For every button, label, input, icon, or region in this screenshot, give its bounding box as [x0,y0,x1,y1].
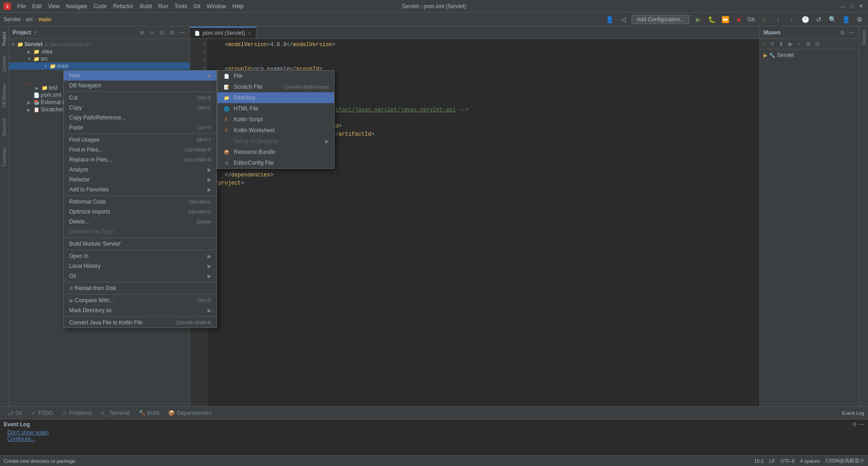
menu-tools[interactable]: Tools [172,2,190,10]
menu-file[interactable]: File [14,2,28,10]
ctx-build-module[interactable]: Build Module 'Servlet' [64,239,217,249]
minimize-panel-icon[interactable]: — [178,29,186,37]
maven-run-icon[interactable]: ▶ [786,40,794,48]
git-revert-icon[interactable]: ↺ [814,14,824,24]
minimize-button[interactable]: — [839,3,846,10]
ctx-git[interactable]: Git ▶ [64,271,217,281]
debug-icon[interactable]: 🐛 [707,14,717,24]
git-history-icon[interactable]: 🕐 [800,14,810,24]
maven-minimize-icon[interactable]: — [847,29,855,37]
ctx-mark-directory[interactable]: Mark Directory as ▶ [64,305,217,315]
settings-icon[interactable]: ⚙ [854,14,864,24]
event-log-settings[interactable]: ⚙ [852,421,857,428]
right-tab-maven[interactable]: Maven [860,26,868,48]
ctx-new[interactable]: New ▶ [64,71,217,81]
bottom-tab-git[interactable]: ⎇ Git [4,409,26,418]
ctx-open-in[interactable]: Open In ▶ [64,251,217,261]
menu-code[interactable]: Code [91,2,109,10]
expand-icon[interactable]: ⊟ [158,29,166,37]
ctx-delete[interactable]: Delete... Delete [64,217,217,227]
bottom-tab-todo[interactable]: ✓ TODO [28,409,57,418]
status-position[interactable]: 15:1 [754,458,764,464]
submenu-directory[interactable]: 📁 Directory [217,92,334,103]
ctx-compare-with[interactable]: ⊜ Compare With... Ctrl+D [64,295,217,305]
run-icon[interactable]: ▶ [693,14,703,24]
breadcrumb-src[interactable]: src [26,16,33,23]
maven-expand-icon[interactable]: ⊞ [804,40,812,48]
dont-show-again-link[interactable]: Don't show again [7,429,49,436]
submenu-resource-bundle[interactable]: 📦 Resource Bundle [217,147,334,157]
maximize-button[interactable]: □ [848,3,855,10]
tree-item-idea[interactable]: ▶ 📁 .idea [9,48,189,55]
ctx-reformat[interactable]: Reformat Code Ctrl+Alt+L [64,197,217,207]
menu-view[interactable]: View [45,2,62,10]
panel-dropdown-icon[interactable]: ▼ [33,30,38,35]
ctx-analyze[interactable]: Analyze ▶ [64,165,217,175]
stop-icon[interactable]: ■ [734,14,744,24]
breadcrumb-main[interactable]: main [38,16,51,23]
maven-settings-icon[interactable]: ⚙ [838,29,846,37]
maven-refresh-icon[interactable]: ↺ [768,40,776,48]
ctx-replace-in-files[interactable]: Replace in Files... Ctrl+Shift+R [64,155,217,165]
profile-icon[interactable]: 👤 [604,14,614,24]
ctx-convert-kotlin[interactable]: Convert Java File to Kotlin File Ctrl+Al… [64,318,217,328]
event-log-tab[interactable]: Event Log [842,410,864,416]
sidebar-tab-structure[interactable]: Structure [1,116,8,138]
status-line-ending[interactable]: LF [769,458,775,464]
bottom-tab-terminal[interactable]: >_ Terminal [97,409,133,418]
tree-item-src[interactable]: ▼ 📁 src [9,55,189,62]
submenu-file[interactable]: 📄 File [217,71,334,81]
ctx-optimize-imports[interactable]: Optimize Imports Ctrl+Alt+O [64,207,217,217]
menu-window[interactable]: Window [204,2,229,10]
search-icon[interactable]: 🔍 [827,14,837,24]
menu-refactor[interactable]: Refactor [110,2,136,10]
bottom-tab-dependencies[interactable]: 📦 Dependencies [165,409,215,418]
close-button[interactable]: ✕ [857,3,864,10]
menu-navigate[interactable]: Navigate [63,2,90,10]
sidebar-tab-favorites[interactable]: Favorites [1,146,8,168]
ctx-paste[interactable]: Paste Ctrl+V [64,123,217,133]
menu-help[interactable]: Help [230,2,246,10]
locate-icon[interactable]: ⊕ [138,29,146,37]
maven-collapse-icon[interactable]: ⊟ [813,40,821,48]
ctx-reload-from-disk[interactable]: ↺ Reload from Disk [64,283,217,293]
sidebar-tab-commit[interactable]: Commit [1,55,8,74]
menu-build[interactable]: Build [137,2,155,10]
bottom-tab-build[interactable]: 🔨 Build [135,409,163,418]
tree-root[interactable]: ▼ 📁 Servlet E:\java-notes\Servlet [9,41,189,48]
maven-download-icon[interactable]: ⬇ [777,40,785,48]
tree-item-main[interactable]: ▼ 📁 main [9,62,189,70]
ctx-find-in-files[interactable]: Find in Files... Ctrl+Shift+F [64,145,217,155]
ctx-find-usages[interactable]: Find Usages Alt+F7 [64,135,217,145]
configure-link[interactable]: Configure... [7,436,35,442]
run-config-button[interactable]: Add Configuration... [632,15,689,24]
maven-add-icon[interactable]: + [795,40,803,48]
git-pull-icon[interactable]: ↓ [787,14,797,24]
ctx-copy[interactable]: Copy Ctrl+C [64,103,217,113]
menu-edit[interactable]: Edit [29,2,44,10]
ctx-copy-path[interactable]: Copy Path/Reference... [64,113,217,123]
breadcrumb-servlet[interactable]: Servlet [4,16,20,23]
maven-servlet-item[interactable]: ▶ 🔧 Servlet [762,51,857,59]
ctx-local-history[interactable]: Local History ▶ [64,261,217,271]
back-icon[interactable]: ◁ [618,14,628,24]
user-icon[interactable]: 👤 [841,14,851,24]
editor-tab-pom[interactable]: 📄 pom.xml (Servlet) ✕ [190,27,256,38]
ctx-add-to-favorites[interactable]: Add to Favorites ▶ [64,185,217,195]
status-encoding[interactable]: UTF-8 [780,458,794,464]
git-push-icon[interactable]: ↑ [773,14,783,24]
event-log-close[interactable]: — [859,421,864,428]
submenu-scratch-file[interactable]: 📝 Scratch File Ctrl+Alt+Shift+Insert [217,81,334,92]
bottom-tab-problems[interactable]: ⚠ Problems [59,409,96,418]
submenu-kotlin-script[interactable]: K Kotlin Script [217,114,334,125]
ctx-db-navigator[interactable]: DB Navigator [64,81,217,90]
submenu-editor-config[interactable]: ⚙ EditorConfig File [217,157,334,168]
status-indent[interactable]: 4 spaces [800,458,820,464]
collapse-icon[interactable]: ≡ [148,29,156,37]
settings-panel-icon[interactable]: ⚙ [168,29,176,37]
sidebar-tab-db-browser[interactable]: DB Browser [1,81,8,109]
tab-close-icon[interactable]: ✕ [248,31,251,36]
ctx-refactor[interactable]: Refactor ▶ [64,175,217,185]
ctx-cut[interactable]: Cut Ctrl+X [64,93,217,103]
submenu-html-file[interactable]: 🌐 HTML File [217,103,334,114]
